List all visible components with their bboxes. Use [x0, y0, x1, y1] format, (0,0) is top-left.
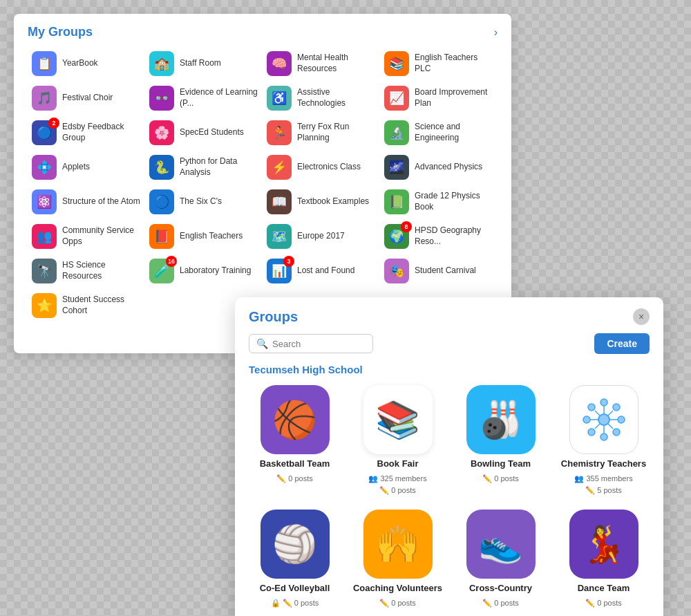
my-group-item[interactable]: 📈Board Improvement Plan [380, 82, 498, 114]
my-group-item[interactable]: 🗺️Europe 2017 [263, 221, 380, 252]
group-label: Mental Health Resources [297, 53, 376, 74]
modal-group-name: Cross-Country [469, 583, 532, 593]
group-label: Advanced Physics [415, 162, 482, 173]
group-label: Evidence of Learning (P... [180, 87, 258, 109]
modal-group-meta: ✏️ 0 posts [585, 597, 622, 609]
my-group-item[interactable]: 🐍Python for Data Analysis [145, 151, 263, 183]
my-group-item[interactable]: 📚English Teachers PLC [380, 48, 498, 80]
svg-point-3 [600, 433, 607, 440]
my-group-item[interactable]: 🌌Advanced Physics [380, 151, 498, 183]
modal-group-icon: 🏐 [261, 510, 330, 579]
group-label: The Six C's [180, 196, 222, 207]
modal-group-name: Chemistry Teachers [561, 458, 646, 469]
my-group-item[interactable]: 🏫Staff Room [145, 48, 263, 80]
my-group-item[interactable]: 📖Textbook Examples [263, 186, 380, 218]
group-icon: 🎵 [32, 86, 57, 111]
group-icon: 📚 [384, 51, 409, 76]
group-icon: 📋 [32, 51, 57, 76]
my-group-item[interactable]: 🎵Festival Choir [28, 82, 145, 114]
modal-group-icon: 🙌 [363, 510, 433, 579]
modal-group-icon: 🎳 [466, 385, 536, 454]
create-button[interactable]: Create [594, 333, 650, 354]
group-icon: 🎭 [384, 259, 409, 283]
group-icon: 🧪16 [149, 259, 174, 283]
group-label: Europe 2017 [297, 231, 345, 242]
group-icon: 🔬 [384, 120, 409, 145]
svg-line-14 [595, 411, 600, 416]
my-group-item[interactable]: 🔭HS Science Resources [28, 255, 145, 287]
group-label: Lost and Found [297, 265, 354, 277]
my-groups-chevron-icon[interactable]: › [494, 26, 498, 39]
modal-group-name: Bowling Team [471, 458, 531, 469]
modal-group-item[interactable]: 👟Cross-Country✏️ 0 posts [455, 510, 547, 609]
my-group-item[interactable]: 📕English Teachers [145, 221, 263, 252]
my-group-item[interactable]: 📊3Lost and Found [263, 255, 380, 287]
my-group-item[interactable]: 👓Evidence of Learning (P... [145, 82, 263, 114]
group-icon: 🌍8 [384, 224, 409, 249]
my-group-item[interactable]: ⚛️Structure of the Atom [28, 186, 145, 218]
group-icon: 📕 [149, 224, 174, 249]
group-icon: 🐍 [149, 155, 174, 180]
svg-point-9 [613, 429, 620, 436]
modal-group-item[interactable]: 🏐Co-Ed Volleyball🔒 ✏️ 0 posts [249, 510, 341, 609]
modal-group-icon: 🏀 [261, 385, 330, 454]
modal-groups-grid: 🏀Basketball Team✏️ 0 posts📚Book Fair👥 32… [249, 385, 650, 609]
group-icon: ⭐ [32, 293, 57, 318]
group-icon: 👓 [149, 86, 174, 111]
search-input[interactable] [272, 339, 366, 349]
my-group-item[interactable]: 🧠Mental Health Resources [263, 48, 380, 80]
group-icon: 📗 [384, 189, 409, 214]
modal-group-item[interactable]: 📚Book Fair👥 325 members✏️ 0 posts [352, 385, 444, 496]
modal-group-name: Co-Ed Volleyball [260, 583, 330, 593]
modal-group-icon: 👟 [466, 510, 536, 579]
my-group-item[interactable]: 📗Grade 12 Physics Book [380, 186, 498, 218]
my-group-item[interactable]: 🏃Terry Fox Run Planning [263, 117, 380, 149]
my-group-item[interactable]: 🧪16Laboratory Training [145, 255, 263, 287]
group-label: Assistive Technologies [297, 87, 376, 109]
modal-group-icon: 📚 [363, 385, 433, 454]
group-label: HPSD Geography Reso... [415, 225, 493, 247]
modal-group-item[interactable]: 🏀Basketball Team✏️ 0 posts [249, 385, 341, 496]
my-group-item[interactable]: ♿Assistive Technologies [263, 82, 380, 114]
svg-point-7 [613, 404, 620, 411]
my-group-item[interactable]: 🔵The Six C's [145, 186, 263, 218]
modal-group-item[interactable]: 🎳Bowling Team✏️ 0 posts [455, 385, 547, 496]
modal-group-meta: ✏️ 0 posts [379, 597, 416, 609]
search-create-row: 🔍 Create [249, 333, 650, 354]
group-label: YearBook [62, 58, 98, 69]
my-group-item[interactable]: 🎭Student Carnival [380, 255, 498, 287]
modal-group-meta: 👥 355 members✏️ 5 posts [574, 473, 632, 496]
modal-group-icon: 💃 [569, 510, 638, 579]
my-group-item[interactable]: 🌸SpecEd Students [145, 117, 263, 149]
my-group-item[interactable]: 👥Community Service Opps [28, 221, 145, 252]
groups-modal: Groups × 🔍 Create Tecumseh High School 🏀… [235, 297, 663, 616]
group-icon: 💠 [32, 155, 57, 180]
group-icon: 👥 [32, 224, 57, 249]
svg-point-1 [598, 414, 609, 425]
group-label: Laboratory Training [180, 265, 251, 277]
my-group-item[interactable]: 🔬Science and Engineering [380, 117, 498, 149]
modal-group-name: Dance Team [578, 583, 630, 593]
my-group-item[interactable]: ⚡Electronics Class [263, 151, 380, 183]
modal-group-item[interactable]: Chemistry Teachers👥 355 members✏️ 5 post… [558, 385, 650, 496]
my-group-item[interactable]: 🌍8HPSD Geography Reso... [380, 221, 498, 252]
group-label: Applets [62, 162, 90, 173]
modal-group-name: Coaching Volunteers [353, 583, 442, 593]
modal-group-item[interactable]: 🙌Coaching Volunteers✏️ 0 posts [352, 510, 444, 609]
svg-line-15 [608, 411, 613, 416]
group-icon: 🌌 [384, 155, 409, 180]
group-label: Terry Fox Run Planning [297, 122, 376, 143]
search-box[interactable]: 🔍 [249, 334, 373, 353]
close-button[interactable]: × [633, 308, 650, 325]
group-icon: 🔵2 [32, 120, 57, 145]
modal-group-meta: ✏️ 0 posts [276, 473, 313, 485]
modal-group-item[interactable]: 💃Dance Team✏️ 0 posts [558, 510, 650, 609]
my-group-item[interactable]: 💠Applets [28, 151, 145, 183]
my-group-item[interactable]: 📋YearBook [28, 48, 145, 80]
svg-point-2 [600, 399, 607, 406]
my-groups-grid: 📋YearBook🏫Staff Room🧠Mental Health Resou… [28, 48, 498, 321]
my-group-item[interactable]: 🔵2Edsby Feedback Group [28, 117, 145, 149]
group-label: Festival Choir [62, 93, 113, 104]
my-group-item[interactable]: ⭐Student Success Cohort [28, 290, 145, 321]
modal-group-meta: ✏️ 0 posts [482, 597, 519, 609]
